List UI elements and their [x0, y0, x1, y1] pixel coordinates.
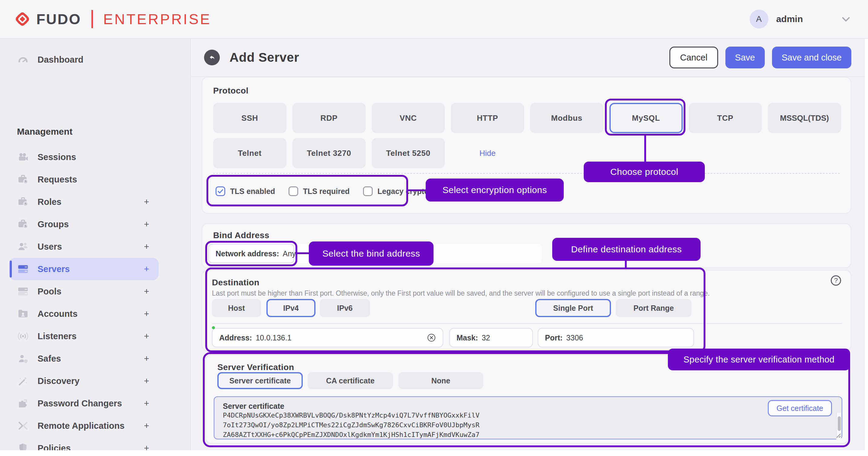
- sidebar-item-pools[interactable]: Pools +: [0, 280, 191, 302]
- add-pools-button[interactable]: +: [142, 286, 151, 297]
- add-safes-button[interactable]: +: [142, 353, 151, 364]
- add-groups-button[interactable]: +: [142, 219, 151, 229]
- sidebar-item-safes[interactable]: Safes +: [0, 347, 191, 370]
- policies-icon: [17, 442, 29, 450]
- protocol-section-title: Protocol: [213, 86, 249, 96]
- ca-certificate-button[interactable]: CA certificate: [308, 372, 393, 389]
- tls-required-checkbox[interactable]: TLS required: [288, 186, 350, 196]
- host-button[interactable]: Host: [212, 299, 261, 317]
- ipv6-button[interactable]: IPv6: [320, 299, 370, 317]
- cancel-button[interactable]: Cancel: [670, 46, 718, 68]
- destination-card: Destination Last port must be higher tha…: [202, 270, 851, 351]
- requests-icon: [17, 173, 29, 186]
- safes-icon: [17, 353, 29, 365]
- protocol-rdp-button[interactable]: RDP: [292, 103, 366, 133]
- roles-icon: [17, 196, 29, 208]
- legacy-crypto-checkbox[interactable]: Legacy crypto: [363, 186, 429, 196]
- sidebar-item-policies[interactable]: Policies +: [0, 437, 191, 450]
- sidebar-item-servers[interactable]: Servers +: [0, 258, 191, 280]
- sidebar-item-discovery[interactable]: Discovery +: [0, 370, 191, 392]
- add-users-button[interactable]: +: [142, 241, 151, 252]
- sidebar-item-roles[interactable]: Roles +: [0, 191, 191, 213]
- servers-icon: [17, 263, 29, 275]
- annotation-specify-verification: Specify the server verification method: [668, 349, 850, 370]
- port-value: 3306: [566, 333, 583, 342]
- certificate-line: ZA68AZTtXXHG+c6PkQCpPEmZJXDNDOxlKgdkmYm1…: [223, 431, 479, 438]
- sidebar-item-accounts[interactable]: Accounts +: [0, 302, 191, 325]
- user-menu[interactable]: A admin: [750, 10, 851, 28]
- annotation-select-encryption: Select encryption options: [426, 178, 564, 201]
- user-name: admin: [776, 14, 803, 24]
- hide-protocols-link[interactable]: Hide: [451, 138, 524, 168]
- pools-icon: [17, 285, 29, 297]
- groups-icon: [17, 218, 29, 230]
- address-field[interactable]: Address: 10.0.136.1: [212, 328, 443, 347]
- port-range-button[interactable]: Port Range: [616, 299, 691, 317]
- users-icon: [17, 240, 29, 253]
- destination-divider: [212, 323, 842, 324]
- tls-enabled-checkbox[interactable]: TLS enabled: [216, 186, 275, 196]
- annotation-connector-encryption: [408, 189, 426, 191]
- annotation-select-bind: Select the bind address: [309, 241, 434, 266]
- add-servers-button[interactable]: +: [142, 264, 151, 274]
- sidebar-item-password-changers[interactable]: Password Changers +: [0, 392, 191, 415]
- avatar[interactable]: A: [750, 10, 768, 28]
- add-listeners-button[interactable]: +: [142, 331, 151, 341]
- none-button[interactable]: None: [398, 372, 483, 389]
- sidebar-item-dashboard[interactable]: Dashboard: [0, 48, 191, 71]
- protocol-modbus-button[interactable]: Modbus: [530, 103, 603, 133]
- sidebar-item-groups[interactable]: Groups +: [0, 213, 191, 235]
- sidebar: Dashboard Management Sessions Requests R…: [0, 39, 191, 450]
- protocol-telnet5250-button[interactable]: Telnet 5250: [372, 138, 445, 168]
- annotation-choose-protocol: Choose protocol: [584, 162, 705, 182]
- help-icon[interactable]: ?: [831, 275, 841, 286]
- modified-indicator-dot: [212, 326, 215, 329]
- ipv4-button[interactable]: IPv4: [267, 299, 315, 317]
- sidebar-item-remote-applications[interactable]: Remote Applications +: [0, 415, 191, 437]
- back-button[interactable]: [204, 50, 220, 65]
- server-certificate-button[interactable]: Server certificate: [217, 372, 303, 389]
- add-remote-applications-button[interactable]: +: [142, 421, 151, 431]
- resize-handle-icon[interactable]: [836, 433, 841, 438]
- sidebar-item-users[interactable]: Users +: [0, 235, 191, 258]
- clear-address-icon[interactable]: [427, 333, 436, 342]
- protocol-vnc-button[interactable]: VNC: [372, 103, 445, 133]
- add-roles-button[interactable]: +: [142, 197, 151, 207]
- textarea-scrollbar-thumb[interactable]: [838, 416, 841, 431]
- protocol-row-2: Telnet Telnet 3270 Telnet 5250 Hide: [213, 138, 841, 168]
- add-discovery-button[interactable]: +: [142, 376, 151, 386]
- protocol-telnet3270-button[interactable]: Telnet 3270: [292, 138, 366, 168]
- annotation-connector-bind: [297, 252, 309, 254]
- protocol-separator: [213, 173, 840, 174]
- checkbox-unchecked-icon[interactable]: [363, 186, 373, 196]
- protocol-telnet-button[interactable]: Telnet: [213, 138, 286, 168]
- add-accounts-button[interactable]: +: [142, 308, 151, 319]
- certificate-textarea[interactable]: Server certificate P4DCRpNUsGKXeCp38XWRB…: [214, 396, 842, 439]
- add-policies-button[interactable]: +: [142, 443, 151, 450]
- protocol-ssh-button[interactable]: SSH: [213, 103, 286, 133]
- certificate-label: Server certificate: [223, 402, 284, 411]
- sidebar-item-listeners[interactable]: Listeners +: [0, 325, 191, 347]
- accounts-icon: [17, 308, 29, 320]
- add-password-changers-button[interactable]: +: [142, 398, 151, 409]
- sidebar-item-requests[interactable]: Requests: [0, 168, 191, 191]
- sidebar-item-sessions[interactable]: Sessions: [0, 146, 191, 168]
- checkbox-checked-icon[interactable]: [216, 186, 225, 196]
- protocol-tcp-button[interactable]: TCP: [689, 103, 762, 133]
- protocol-http-button[interactable]: HTTP: [451, 103, 524, 133]
- page-scrollbar[interactable]: [864, 39, 868, 450]
- chevron-down-icon[interactable]: [840, 13, 851, 25]
- save-and-close-button[interactable]: Save and close: [772, 46, 851, 68]
- single-port-button[interactable]: Single Port: [535, 299, 611, 317]
- network-address-dropdown[interactable]: Network address: Any: [208, 244, 294, 263]
- protocol-mssql-button[interactable]: MSSQL(TDS): [768, 103, 841, 133]
- sessions-icon: [17, 151, 29, 163]
- listeners-icon: [17, 330, 29, 342]
- mask-field[interactable]: Mask: 32: [449, 328, 533, 347]
- protocol-mysql-button[interactable]: MySQL: [610, 103, 683, 133]
- save-button[interactable]: Save: [725, 46, 765, 68]
- get-certificate-button[interactable]: Get certificate: [768, 400, 832, 416]
- port-field[interactable]: Port: 3306: [538, 328, 694, 347]
- checkbox-unchecked-icon[interactable]: [288, 186, 298, 196]
- destination-title: Destination: [212, 278, 259, 288]
